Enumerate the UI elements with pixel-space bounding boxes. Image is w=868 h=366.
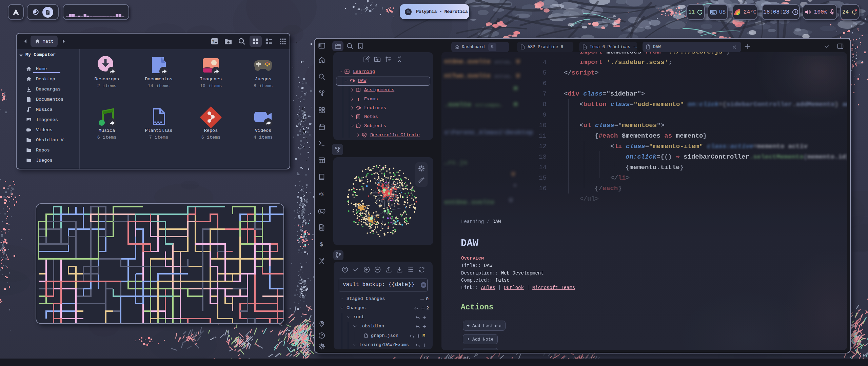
svg-text:!: ! <box>357 98 360 102</box>
svg-text:$: $ <box>212 40 214 43</box>
svg-text:$: $ <box>320 242 323 248</box>
svg-text:<%: <% <box>319 192 324 197</box>
